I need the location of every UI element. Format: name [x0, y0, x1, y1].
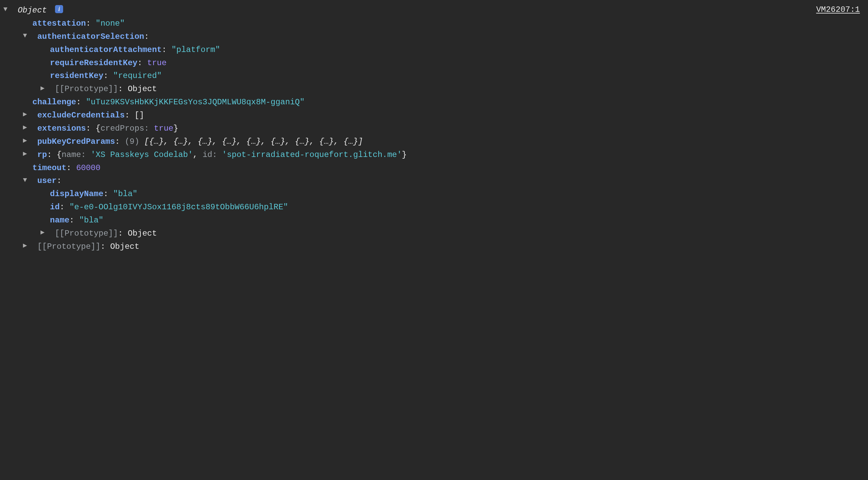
chevron-down-icon[interactable]: ▼	[23, 30, 30, 41]
key-label: displayName	[50, 189, 103, 198]
prop-authenticator-selection[interactable]: ▼ authenticatorSelection:	[6, 30, 862, 44]
key-label: residentKey	[50, 71, 103, 80]
value-string: "none"	[96, 19, 125, 28]
prop-authenticator-attachment[interactable]: authenticatorAttachment: "platform"	[6, 44, 862, 57]
chevron-right-icon[interactable]: ▶	[23, 109, 30, 120]
key-label: extensions	[37, 124, 86, 133]
key-label: [[Prototype]]	[37, 242, 100, 251]
prop-user-name[interactable]: name: "bla"	[6, 214, 862, 227]
value-array: []	[134, 111, 144, 120]
prop-user[interactable]: ▼ user:	[6, 175, 862, 188]
source-link[interactable]: VM26207:1	[816, 3, 860, 17]
chevron-right-icon[interactable]: ▶	[40, 83, 48, 94]
value-bool: true	[147, 58, 167, 68]
value-string: "platform"	[171, 45, 220, 54]
value-string: "bla"	[113, 189, 137, 198]
object-root[interactable]: ▼ Object i	[6, 4, 862, 17]
key-label: authenticatorSelection	[37, 32, 144, 41]
chevron-right-icon[interactable]: ▶	[23, 149, 30, 159]
key-label: timeout	[32, 163, 66, 172]
prop-rp[interactable]: ▶ rp: {name: 'XS Passkeys Codelab', id: …	[6, 149, 862, 162]
key-label: name	[50, 216, 70, 225]
value-string: "uTuz9KSVsHbKKjKKFEGsYos3JQDMLWU8qx8M-gg…	[86, 98, 304, 107]
chevron-right-icon[interactable]: ▶	[40, 227, 48, 238]
value-string: "e-e0-OOlg10IVYJSox1168j8cts89tObbW66U6h…	[70, 203, 288, 212]
chevron-right-icon[interactable]: ▶	[23, 122, 30, 133]
value-number: 60000	[76, 163, 101, 172]
key-label: excludeCredentials	[37, 111, 125, 120]
root-label: Object	[18, 6, 47, 15]
prop-attestation[interactable]: attestation: "none"	[6, 17, 862, 30]
key-label: id	[50, 203, 60, 212]
info-icon[interactable]: i	[55, 5, 63, 13]
key-label: user	[37, 176, 57, 185]
value-object: Object	[110, 242, 139, 251]
chevron-right-icon[interactable]: ▶	[23, 240, 30, 251]
value-object: Object	[128, 229, 157, 238]
chevron-down-icon[interactable]: ▼	[23, 175, 30, 186]
prop-display-name[interactable]: displayName: "bla"	[6, 188, 862, 201]
key-label: attestation	[32, 19, 86, 28]
prop-prototype[interactable]: ▶ [[Prototype]]: Object	[6, 240, 862, 254]
prop-timeout[interactable]: timeout: 60000	[6, 162, 862, 175]
prop-exclude-credentials[interactable]: ▶ excludeCredentials: []	[6, 109, 862, 122]
prop-prototype[interactable]: ▶ [[Prototype]]: Object	[6, 227, 862, 240]
key-label: rp	[37, 150, 47, 159]
prop-resident-key[interactable]: residentKey: "required"	[6, 70, 862, 83]
key-label: authenticatorAttachment	[50, 45, 162, 54]
key-label: [[Prototype]]	[55, 229, 118, 238]
value-string: "bla"	[79, 216, 103, 225]
prop-challenge[interactable]: challenge: "uTuz9KSVsHbKKjKKFEGsYos3JQDM…	[6, 96, 862, 109]
prop-prototype[interactable]: ▶ [[Prototype]]: Object	[6, 83, 862, 96]
prop-require-resident-key[interactable]: requireResidentKey: true	[6, 57, 862, 70]
value-array: [{…}, {…}, {…}, {…}, {…}, {…}, {…}, {…},…	[144, 137, 363, 146]
prop-pubkey-cred-params[interactable]: ▶ pubKeyCredParams: (9) [{…}, {…}, {…}, …	[6, 135, 862, 149]
chevron-down-icon[interactable]: ▼	[3, 4, 11, 15]
chevron-right-icon[interactable]: ▶	[23, 135, 30, 146]
prop-user-id[interactable]: id: "e-e0-OOlg10IVYJSox1168j8cts89tObbW6…	[6, 201, 862, 214]
key-label: pubKeyCredParams	[37, 137, 115, 146]
value-object: Object	[128, 84, 157, 94]
key-label: challenge	[32, 98, 76, 107]
prop-extensions[interactable]: ▶ extensions: {credProps: true}	[6, 122, 862, 135]
key-label: [[Prototype]]	[55, 84, 118, 94]
key-label: requireResidentKey	[50, 58, 137, 68]
value-string: "required"	[113, 71, 162, 80]
